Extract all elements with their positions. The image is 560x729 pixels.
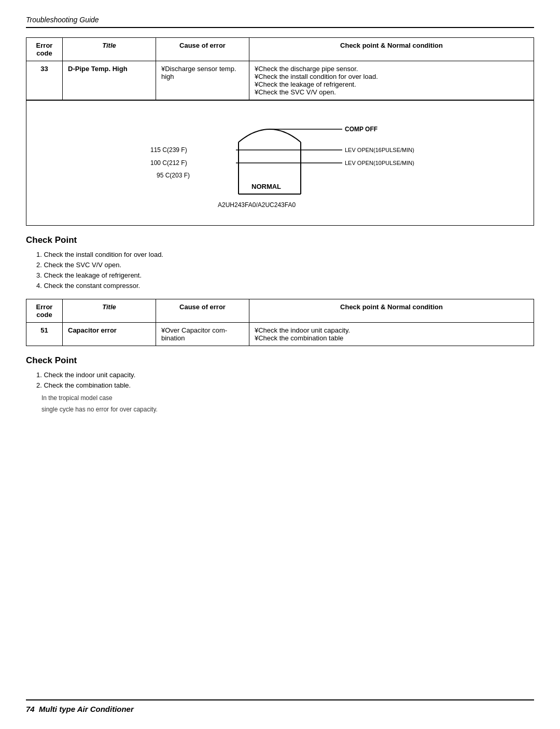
check-point-title-2: Check Point — [26, 355, 534, 366]
footer-page: 74 Multi type Air Conditioner — [26, 705, 134, 713]
list-item: 1. Check the install condition for over … — [36, 251, 534, 258]
cause-of-error: ¥Discharge sensor temp. high — [156, 61, 249, 100]
col-header-check-2: Check point & Normal condition — [249, 299, 534, 323]
error-code: 33 — [26, 61, 63, 100]
error-code-2: 51 — [26, 323, 63, 346]
check-point-title-1: Check Point — [26, 235, 534, 245]
check-point-normal: ¥Check the discharge pipe sensor. ¥Check… — [249, 61, 534, 100]
comp-off-label: COMP OFF — [345, 126, 377, 133]
col-header-cause: Cause of error — [156, 38, 249, 61]
footer-text: Multi type Air Conditioner — [39, 705, 134, 713]
temp2-label: 100 C(212 F) — [150, 159, 187, 167]
page: Troubleshooting Guide Errorcode Title Ca… — [0, 0, 560, 729]
col-header-cause-2: Cause of error — [156, 299, 249, 323]
list-item: 4. Check the constant compressor. — [36, 282, 534, 290]
list-item: 2. Check the combination table. — [36, 381, 534, 389]
footer: 74 Multi type Air Conditioner — [26, 699, 534, 713]
error-table-2: Errorcode Title Cause of error Check poi… — [26, 299, 534, 346]
error-table-1: Errorcode Title Cause of error Check poi… — [26, 37, 534, 100]
cause-of-error-2: ¥Over Capacitor com-bination — [156, 323, 249, 346]
model-label: A2UH243FA0/A2UC243FA0 — [218, 201, 296, 209]
header: Troubleshooting Guide — [26, 16, 534, 28]
error-title-2: Capacitor error — [63, 323, 156, 346]
list-item: 2. Check the SVC V/V open. — [36, 261, 534, 269]
sub-text-1: In the tropical model case — [26, 394, 534, 402]
col-header-title: Title — [63, 38, 156, 61]
footer-page-number: 74 — [26, 705, 35, 713]
check-point-section-1: Check Point 1. Check the install conditi… — [26, 235, 534, 290]
lev2-label: LEV OPEN(10PULSE/MIN) — [345, 160, 414, 166]
sub-text-2: single cycle has no error for over capac… — [26, 406, 534, 413]
col-header-error-code-2: Errorcode — [26, 299, 63, 323]
check-point-list-2: 1. Check the indoor unit capacity. 2. Ch… — [26, 371, 534, 389]
list-item: 1. Check the indoor unit capacity. — [36, 371, 534, 379]
diagram-container: COMP OFF LEV OPEN(16PULSE/MIN) LEV OPEN(… — [42, 111, 518, 215]
col-header-check: Check point & Normal condition — [249, 38, 534, 61]
temp3-label: 95 C(203 F) — [157, 172, 190, 179]
temp1-label: 115 C(239 F) — [150, 146, 187, 154]
error-title: D-Pipe Temp. High — [63, 61, 156, 100]
check-point-list-1: 1. Check the install condition for over … — [26, 251, 534, 290]
table-row: 33 D-Pipe Temp. High ¥Discharge sensor t… — [26, 61, 534, 100]
lev1-label: LEV OPEN(16PULSE/MIN) — [345, 147, 414, 153]
header-title: Troubleshooting Guide — [26, 16, 99, 24]
normal-label: NORMAL — [251, 183, 281, 190]
diagram-box: COMP OFF LEV OPEN(16PULSE/MIN) LEV OPEN(… — [26, 100, 534, 226]
col-header-error-code: Errorcode — [26, 38, 63, 61]
col-header-title-2: Title — [63, 299, 156, 323]
check-point-normal-2: ¥Check the indoor unit capacity. ¥Check … — [249, 323, 534, 346]
list-item: 3. Check the leakage of refrigerent. — [36, 271, 534, 279]
diagram-svg: COMP OFF LEV OPEN(16PULSE/MIN) LEV OPEN(… — [145, 111, 415, 215]
table-row: 51 Capacitor error ¥Over Capacitor com-b… — [26, 323, 534, 346]
check-point-section-2: Check Point 1. Check the indoor unit cap… — [26, 355, 534, 413]
